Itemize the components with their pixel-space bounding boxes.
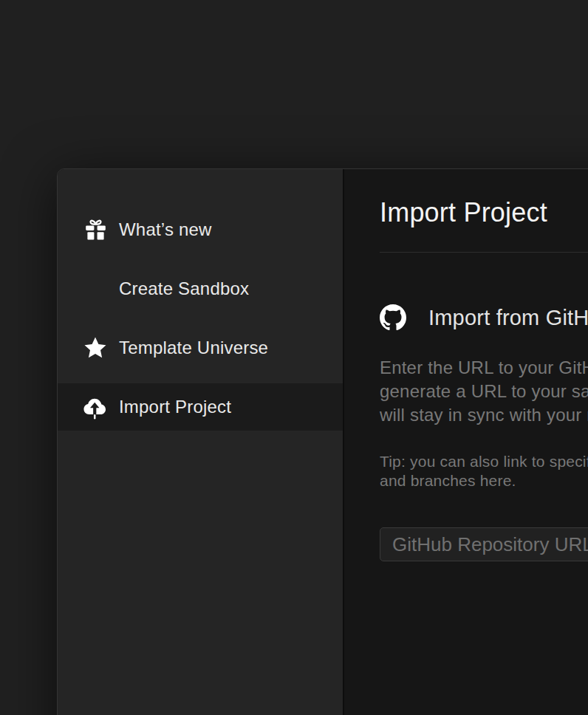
cloud-upload-icon	[82, 392, 109, 422]
tip-line: and branches here.	[380, 471, 588, 490]
create-sandbox-modal: What’s new Create Sandbox Template Unive…	[57, 168, 588, 715]
github-section-header: Import from GitHub	[380, 304, 588, 331]
modal-sidebar: What’s new Create Sandbox Template Unive…	[58, 169, 344, 715]
import-project-panel: Import Project Import from GitHub Enter …	[344, 169, 588, 715]
sidebar-item-create-sandbox[interactable]: Create Sandbox	[58, 265, 343, 312]
page-title: Import Project	[380, 196, 588, 230]
tip-line: Tip: you can also link to specific files	[380, 452, 588, 471]
sidebar-item-whats-new[interactable]: What’s new	[58, 206, 343, 253]
empty-icon-spacer	[82, 274, 109, 304]
sidebar-item-template-universe[interactable]: Template Universe	[58, 324, 343, 372]
description-line: generate a URL to your sandbox. The sand…	[380, 380, 588, 403]
github-repository-url-input[interactable]	[380, 527, 588, 561]
sidebar-item-label: Template Universe	[119, 338, 268, 358]
description-line: Enter the URL to your GitHub repository …	[380, 356, 588, 380]
github-description: Enter the URL to your GitHub repository …	[380, 356, 588, 427]
title-divider	[380, 252, 588, 253]
sidebar-item-import-project[interactable]: Import Project	[58, 383, 343, 431]
github-section-title: Import from GitHub	[428, 306, 588, 330]
github-icon	[380, 304, 406, 331]
github-tip: Tip: you can also link to specific files…	[380, 452, 588, 490]
description-line: will stay in sync with your repository.	[380, 403, 588, 427]
sidebar-item-label: Import Project	[119, 397, 231, 417]
page-background: What’s new Create Sandbox Template Unive…	[0, 0, 588, 715]
star-icon	[82, 333, 109, 363]
gift-icon	[82, 215, 109, 244]
sidebar-item-label: What’s new	[119, 219, 212, 240]
sidebar-item-label: Create Sandbox	[119, 278, 249, 299]
